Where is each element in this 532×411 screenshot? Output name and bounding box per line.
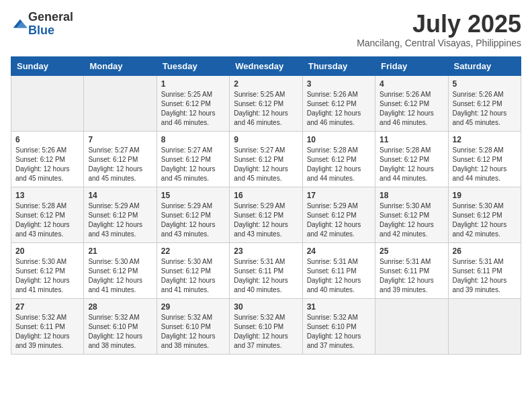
day-number: 20: [15, 246, 79, 256]
calendar-cell: 16Sunrise: 5:29 AM Sunset: 6:12 PM Dayli…: [230, 187, 302, 242]
day-info: Sunrise: 5:26 AM Sunset: 6:12 PM Dayligh…: [15, 146, 79, 183]
calendar-cell: 28Sunrise: 5:32 AM Sunset: 6:10 PM Dayli…: [84, 298, 157, 354]
day-number: 21: [88, 246, 152, 256]
day-number: 28: [88, 302, 152, 312]
day-info: Sunrise: 5:28 AM Sunset: 6:12 PM Dayligh…: [15, 201, 79, 239]
day-info: Sunrise: 5:25 AM Sunset: 6:12 PM Dayligh…: [234, 90, 298, 128]
calendar-cell: 11Sunrise: 5:28 AM Sunset: 6:12 PM Dayli…: [375, 131, 448, 187]
calendar-cell: [11, 75, 84, 131]
day-number: 8: [161, 135, 225, 144]
day-number: 27: [15, 302, 79, 312]
day-info: Sunrise: 5:27 AM Sunset: 6:12 PM Dayligh…: [234, 146, 298, 183]
calendar-cell: 30Sunrise: 5:32 AM Sunset: 6:10 PM Dayli…: [230, 298, 302, 354]
day-number: 22: [161, 246, 225, 256]
calendar-cell: 21Sunrise: 5:30 AM Sunset: 6:12 PM Dayli…: [84, 242, 157, 298]
calendar-cell: 19Sunrise: 5:30 AM Sunset: 6:12 PM Dayli…: [448, 187, 521, 242]
day-info: Sunrise: 5:29 AM Sunset: 6:12 PM Dayligh…: [88, 201, 152, 239]
day-info: Sunrise: 5:27 AM Sunset: 6:12 PM Dayligh…: [161, 146, 225, 183]
calendar-cell: 8Sunrise: 5:27 AM Sunset: 6:12 PM Daylig…: [157, 131, 229, 187]
day-number: 1: [161, 79, 225, 89]
calendar-cell: [375, 298, 448, 354]
day-number: 25: [380, 246, 443, 256]
day-number: 5: [453, 79, 517, 89]
day-info: Sunrise: 5:29 AM Sunset: 6:12 PM Dayligh…: [234, 201, 298, 239]
title-block: July 2025 Mancilang, Central Visayas, Ph…: [357, 11, 521, 48]
day-number: 17: [307, 191, 371, 200]
day-info: Sunrise: 5:31 AM Sunset: 6:11 PM Dayligh…: [234, 257, 298, 295]
calendar-cell: 25Sunrise: 5:31 AM Sunset: 6:11 PM Dayli…: [375, 242, 448, 298]
calendar-cell: 12Sunrise: 5:28 AM Sunset: 6:12 PM Dayli…: [448, 131, 521, 187]
calendar-cell: 14Sunrise: 5:29 AM Sunset: 6:12 PM Dayli…: [84, 187, 157, 242]
day-number: 26: [453, 246, 517, 256]
calendar-cell: 29Sunrise: 5:32 AM Sunset: 6:10 PM Dayli…: [157, 298, 229, 354]
day-number: 19: [453, 191, 517, 200]
calendar-cell: 26Sunrise: 5:31 AM Sunset: 6:11 PM Dayli…: [448, 242, 521, 298]
logo-icon: [12, 16, 28, 32]
day-number: 9: [234, 135, 298, 144]
calendar-cell: 3Sunrise: 5:26 AM Sunset: 6:12 PM Daylig…: [302, 75, 375, 131]
calendar-cell: [448, 298, 521, 354]
day-number: 18: [380, 191, 443, 200]
day-info: Sunrise: 5:32 AM Sunset: 6:10 PM Dayligh…: [88, 313, 152, 351]
calendar-cell: 5Sunrise: 5:26 AM Sunset: 6:12 PM Daylig…: [448, 75, 521, 131]
day-info: Sunrise: 5:29 AM Sunset: 6:12 PM Dayligh…: [161, 201, 225, 239]
day-of-week-header: Monday: [84, 56, 157, 75]
day-of-week-header: Tuesday: [157, 56, 229, 75]
day-info: Sunrise: 5:31 AM Sunset: 6:11 PM Dayligh…: [380, 257, 443, 295]
day-number: 24: [307, 246, 371, 256]
calendar-cell: 31Sunrise: 5:32 AM Sunset: 6:10 PM Dayli…: [302, 298, 375, 354]
calendar-week-row: 6Sunrise: 5:26 AM Sunset: 6:12 PM Daylig…: [11, 131, 521, 187]
day-info: Sunrise: 5:26 AM Sunset: 6:12 PM Dayligh…: [380, 90, 443, 128]
day-number: 4: [380, 79, 443, 89]
day-info: Sunrise: 5:30 AM Sunset: 6:12 PM Dayligh…: [15, 257, 79, 295]
day-info: Sunrise: 5:30 AM Sunset: 6:12 PM Dayligh…: [453, 201, 517, 239]
day-info: Sunrise: 5:30 AM Sunset: 6:12 PM Dayligh…: [380, 201, 443, 239]
calendar-cell: 24Sunrise: 5:31 AM Sunset: 6:11 PM Dayli…: [302, 242, 375, 298]
location-title: Mancilang, Central Visayas, Philippines: [357, 38, 521, 48]
day-info: Sunrise: 5:32 AM Sunset: 6:10 PM Dayligh…: [307, 313, 371, 351]
day-of-week-header: Thursday: [302, 56, 375, 75]
day-number: 7: [88, 135, 152, 144]
day-info: Sunrise: 5:29 AM Sunset: 6:12 PM Dayligh…: [307, 201, 371, 239]
calendar-cell: 9Sunrise: 5:27 AM Sunset: 6:12 PM Daylig…: [230, 131, 302, 187]
calendar-cell: 10Sunrise: 5:28 AM Sunset: 6:12 PM Dayli…: [302, 131, 375, 187]
month-title: July 2025: [357, 11, 521, 38]
calendar-cell: 4Sunrise: 5:26 AM Sunset: 6:12 PM Daylig…: [375, 75, 448, 131]
calendar-week-row: 1Sunrise: 5:25 AM Sunset: 6:12 PM Daylig…: [11, 75, 521, 131]
day-info: Sunrise: 5:26 AM Sunset: 6:12 PM Dayligh…: [307, 90, 371, 128]
day-number: 15: [161, 191, 225, 200]
calendar-week-row: 20Sunrise: 5:30 AM Sunset: 6:12 PM Dayli…: [11, 242, 521, 298]
day-info: Sunrise: 5:32 AM Sunset: 6:10 PM Dayligh…: [234, 313, 298, 351]
day-number: 23: [234, 246, 298, 256]
day-number: 13: [15, 191, 79, 200]
day-of-week-header: Saturday: [448, 56, 521, 75]
day-info: Sunrise: 5:30 AM Sunset: 6:12 PM Dayligh…: [161, 257, 225, 295]
day-number: 3: [307, 79, 371, 89]
calendar-week-row: 13Sunrise: 5:28 AM Sunset: 6:12 PM Dayli…: [11, 187, 521, 242]
calendar-cell: 17Sunrise: 5:29 AM Sunset: 6:12 PM Dayli…: [302, 187, 375, 242]
day-number: 31: [307, 302, 371, 312]
day-number: 6: [15, 135, 79, 144]
logo-blue-text: Blue: [28, 24, 73, 38]
calendar-cell: 7Sunrise: 5:27 AM Sunset: 6:12 PM Daylig…: [84, 131, 157, 187]
calendar-week-row: 27Sunrise: 5:32 AM Sunset: 6:11 PM Dayli…: [11, 298, 521, 354]
calendar-cell: 23Sunrise: 5:31 AM Sunset: 6:11 PM Dayli…: [230, 242, 302, 298]
day-info: Sunrise: 5:28 AM Sunset: 6:12 PM Dayligh…: [307, 146, 371, 183]
day-of-week-header: Friday: [375, 56, 448, 75]
day-of-week-header: Wednesday: [230, 56, 302, 75]
day-info: Sunrise: 5:31 AM Sunset: 6:11 PM Dayligh…: [307, 257, 371, 295]
day-number: 12: [453, 135, 517, 144]
day-info: Sunrise: 5:32 AM Sunset: 6:11 PM Dayligh…: [15, 313, 79, 351]
page-header: General Blue July 2025 Mancilang, Centra…: [11, 11, 521, 48]
day-info: Sunrise: 5:27 AM Sunset: 6:12 PM Dayligh…: [88, 146, 152, 183]
day-info: Sunrise: 5:30 AM Sunset: 6:12 PM Dayligh…: [88, 257, 152, 295]
calendar-cell: 27Sunrise: 5:32 AM Sunset: 6:11 PM Dayli…: [11, 298, 84, 354]
logo: General Blue: [11, 11, 73, 38]
day-info: Sunrise: 5:28 AM Sunset: 6:12 PM Dayligh…: [453, 146, 517, 183]
calendar-cell: 2Sunrise: 5:25 AM Sunset: 6:12 PM Daylig…: [230, 75, 302, 131]
day-number: 10: [307, 135, 371, 144]
calendar-cell: 18Sunrise: 5:30 AM Sunset: 6:12 PM Dayli…: [375, 187, 448, 242]
day-info: Sunrise: 5:28 AM Sunset: 6:12 PM Dayligh…: [380, 146, 443, 183]
day-number: 30: [234, 302, 298, 312]
logo-general-text: General: [28, 11, 73, 24]
